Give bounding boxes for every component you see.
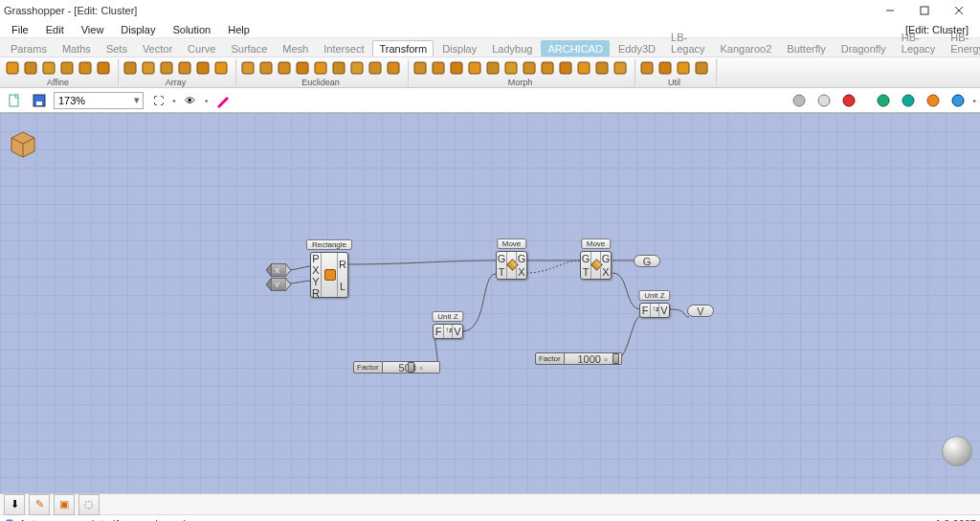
save-button[interactable] (29, 90, 50, 111)
tool-util-3[interactable] (693, 59, 710, 77)
tool-morph-10[interactable] (593, 59, 611, 77)
tool-morph-7[interactable] (539, 59, 556, 77)
canvas[interactable]: X Y Rectangle PXYR RL Move GT GX Move GT… (0, 113, 980, 493)
tool-affine-2[interactable] (40, 59, 57, 77)
tool-morph-8[interactable] (557, 59, 574, 77)
tool-array-0[interactable] (122, 59, 139, 77)
tab-kangaroo2[interactable]: Kangaroo2 (714, 40, 779, 57)
cluster-close-button[interactable]: ◌ (78, 494, 100, 515)
cluster-input-x[interactable]: X (266, 263, 291, 277)
tool-affine-5[interactable] (95, 59, 112, 77)
tool-affine-3[interactable] (58, 59, 76, 77)
tab-display[interactable]: Display (435, 40, 483, 57)
slider-factor-2[interactable]: Factor 1000 ◦ (535, 352, 622, 365)
tab-sets[interactable]: Sets (100, 40, 134, 57)
cluster-save-button[interactable]: ⬇ (4, 494, 25, 515)
node-move-1[interactable]: Move GT GX (496, 251, 527, 280)
tool-array-4[interactable] (194, 59, 212, 77)
tab-mesh[interactable]: Mesh (276, 40, 315, 57)
preview-green[interactable] (873, 90, 894, 111)
cluster-output-v[interactable]: V (687, 305, 714, 317)
tool-euclidean-0[interactable] (239, 59, 256, 77)
tab-curve[interactable]: Curve (181, 40, 222, 57)
node-unitz-1[interactable]: Unit Z F ↑z V (433, 324, 463, 339)
tool-morph-4[interactable] (484, 59, 501, 77)
tab-lb-legacy[interactable]: LB-Legacy (664, 29, 711, 57)
tool-euclidean-5[interactable] (330, 59, 347, 77)
tab-transform[interactable]: Transform (372, 40, 434, 57)
tool-morph-2[interactable] (448, 59, 465, 77)
tool-euclidean-8[interactable] (385, 59, 402, 77)
tool-morph-11[interactable] (612, 59, 629, 77)
node-move-2[interactable]: Move GT GX (580, 251, 612, 280)
zoom-input[interactable] (55, 95, 131, 106)
slider-factor-1[interactable]: Factor 500 ◦ (353, 361, 440, 374)
display-mode-2[interactable] (813, 90, 835, 111)
tool-morph-5[interactable] (502, 59, 520, 77)
tool-morph-9[interactable] (575, 59, 592, 77)
tab-intersect[interactable]: Intersect (317, 40, 370, 57)
tool-array-2[interactable] (158, 59, 175, 77)
tool-euclidean-4[interactable] (312, 59, 329, 77)
tab-dragonfly[interactable]: Dragonfly (835, 40, 893, 57)
preview-teal[interactable] (898, 90, 919, 111)
cluster-input-y[interactable]: Y (266, 278, 291, 291)
svg-point-46 (843, 95, 855, 106)
quick-bar: ▾ ⛶ • 👁 • • (0, 88, 980, 113)
tool-morph-6[interactable] (521, 59, 538, 77)
menu-view[interactable]: View (74, 23, 112, 36)
new-file-button[interactable] (4, 90, 25, 111)
node-unitz-2[interactable]: Unit Z F ↑z V (639, 303, 670, 318)
tool-util-1[interactable] (657, 59, 674, 77)
tool-morph-0[interactable] (412, 59, 429, 77)
tool-affine-1[interactable] (22, 59, 39, 77)
menu-edit[interactable]: Edit (38, 23, 72, 36)
cluster-output-g[interactable]: G (634, 255, 660, 267)
tool-euclidean-6[interactable] (348, 59, 366, 77)
tab-hb-energy[interactable]: HB-Energy (944, 29, 980, 57)
menu-solution[interactable]: Solution (165, 23, 218, 36)
tab-archicad[interactable]: ARCHICAD (541, 40, 609, 57)
tool-array-1[interactable] (140, 59, 157, 77)
menu-file[interactable]: File (4, 23, 36, 36)
maximize-button[interactable] (907, 0, 942, 21)
tool-affine-4[interactable] (77, 59, 94, 77)
tool-array-5[interactable] (212, 59, 230, 77)
tool-morph-3[interactable] (466, 59, 483, 77)
package-icon[interactable] (8, 128, 38, 159)
tab-hb-legacy[interactable]: HB-Legacy (895, 29, 942, 57)
tab-eddy3d[interactable]: Eddy3D (612, 40, 662, 57)
preview-blue[interactable] (947, 90, 969, 111)
tool-array-3[interactable] (176, 59, 193, 77)
tool-euclidean-7[interactable] (367, 59, 384, 77)
node-rectangle[interactable]: Rectangle PXYR RL (310, 252, 348, 298)
tab-butterfly[interactable]: Butterfly (780, 40, 832, 57)
tool-euclidean-2[interactable] (276, 59, 293, 77)
display-mode-3[interactable] (838, 90, 859, 111)
chevron-down-icon[interactable]: ▾ (131, 92, 143, 109)
sketch-button[interactable] (212, 90, 234, 111)
tab-params[interactable]: Params (4, 40, 54, 57)
cluster-box-button[interactable]: ▣ (54, 494, 75, 515)
tool-euclidean-1[interactable] (257, 59, 275, 77)
tab-maths[interactable]: Maths (56, 40, 98, 57)
tool-morph-1[interactable] (430, 59, 447, 77)
tab-vector[interactable]: Vector (136, 40, 179, 57)
view-button[interactable]: 👁 (180, 90, 201, 111)
compass-sphere[interactable] (942, 436, 972, 466)
display-mode-1[interactable] (789, 90, 810, 111)
tool-affine-0[interactable] (4, 59, 21, 77)
tool-util-2[interactable] (675, 59, 692, 77)
minimize-button[interactable] (873, 0, 907, 21)
menu-help[interactable]: Help (220, 23, 257, 36)
close-button[interactable] (942, 0, 976, 21)
tool-util-0[interactable] (638, 59, 656, 77)
preview-orange[interactable] (923, 90, 944, 111)
tab-surface[interactable]: Surface (224, 40, 274, 57)
tab-ladybug[interactable]: Ladybug (485, 40, 539, 57)
tool-euclidean-3[interactable] (294, 59, 311, 77)
menu-display[interactable]: Display (113, 23, 163, 36)
zoom-combo[interactable]: ▾ (54, 92, 144, 109)
cluster-edit-button[interactable]: ✎ (29, 494, 50, 515)
zoom-extents-button[interactable]: ⛶ (147, 90, 168, 111)
